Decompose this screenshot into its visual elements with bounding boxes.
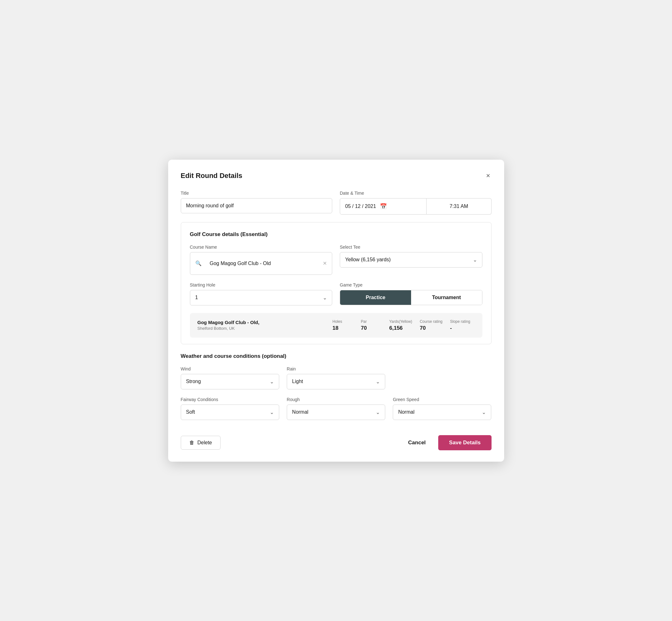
course-rating-label: Course rating [420,319,442,324]
golf-section-title: Golf Course details (Essential) [190,231,482,238]
course-rating-value: 70 [420,325,426,331]
date-value: 05 / 12 / 2021 [345,204,376,209]
green-speed-group: Green Speed Normal ⌄ [393,397,491,420]
chevron-down-icon: ⌄ [376,379,380,385]
select-tee-value: Yellow (6,156 yards) [345,257,390,262]
weather-section: Weather and course conditions (optional)… [181,353,492,420]
chevron-down-icon: ⌄ [482,409,486,415]
course-info-box: Gog Magog Golf Club - Old, Shelford Bott… [190,313,482,338]
wind-group: Wind Strong ⌄ [181,366,279,389]
footer-row: 🗑 Delete Cancel Save Details [181,430,492,450]
course-info-location: Shelford Bottom, UK [198,326,329,331]
yards-value: 6,156 [389,325,403,331]
modal-header: Edit Round Details × [181,171,492,180]
practice-toggle-button[interactable]: Practice [340,290,411,305]
select-tee-label: Select Tee [340,245,482,250]
rough-label: Rough [287,397,385,402]
search-icon: 🔍 [195,260,202,266]
select-tee-group: Select Tee Yellow (6,156 yards) ⌄ [340,245,482,275]
close-button[interactable]: × [485,171,492,180]
starting-hole-dropdown[interactable]: 1 ⌄ [190,290,333,305]
course-info-name: Gog Magog Golf Club - Old, [198,320,329,325]
chevron-down-icon: ⌄ [376,409,380,415]
title-label: Title [181,191,333,196]
trash-icon: 🗑 [189,440,194,446]
rough-group: Rough Normal ⌄ [287,397,385,420]
chevron-down-icon: ⌄ [270,409,274,415]
hole-gametype-row: Starting Hole 1 ⌄ Game Type Practice Tou… [190,282,482,305]
rain-group: Rain Light ⌄ [287,366,385,389]
date-time-group: 05 / 12 / 2021 📅 7:31 AM [340,198,492,215]
save-button[interactable]: Save Details [438,435,491,450]
game-type-label: Game Type [340,282,482,287]
slope-rating-stat: Slope rating - [447,319,475,331]
green-speed-label: Green Speed [393,397,491,402]
spacer [393,366,491,389]
yards-stat: Yards(Yellow) 6,156 [385,319,416,331]
cancel-button[interactable]: Cancel [406,436,428,450]
slope-rating-value: - [450,325,452,331]
starting-hole-value: 1 [195,295,198,300]
fairway-dropdown[interactable]: Soft ⌄ [181,405,279,420]
chevron-down-icon: ⌄ [323,295,327,301]
green-speed-dropdown[interactable]: Normal ⌄ [393,405,491,420]
course-tee-row: Course Name 🔍 ✕ Select Tee Yellow (6,156… [190,245,482,275]
course-name-label: Course Name [190,245,333,250]
chevron-down-icon: ⌄ [270,379,274,385]
title-datetime-row: Title Date & Time 05 / 12 / 2021 📅 7:31 … [181,191,492,215]
clear-icon[interactable]: ✕ [323,260,327,266]
course-name-search[interactable]: 🔍 ✕ [190,252,333,275]
rain-label: Rain [287,366,385,371]
course-name-input[interactable] [205,256,320,271]
slope-rating-label: Slope rating [450,319,470,324]
game-type-toggle: Practice Tournament [340,290,482,305]
holes-value: 18 [333,325,339,331]
course-rating-stat: Course rating 70 [416,319,446,331]
par-stat: Par 70 [357,319,385,331]
delete-button[interactable]: 🗑 Delete [181,436,220,450]
wind-label: Wind [181,366,279,371]
footer-right: Cancel Save Details [406,435,492,450]
course-name-group: Course Name 🔍 ✕ [190,245,333,275]
rain-value: Light [292,379,303,384]
wind-rain-row: Wind Strong ⌄ Rain Light ⌄ [181,366,492,389]
datetime-group: Date & Time 05 / 12 / 2021 📅 7:31 AM [340,191,492,215]
edit-round-modal: Edit Round Details × Title Date & Time 0… [168,160,504,462]
title-input[interactable] [181,198,333,213]
chevron-down-icon: ⌄ [473,257,477,263]
par-value: 70 [361,325,367,331]
select-tee-dropdown[interactable]: Yellow (6,156 yards) ⌄ [340,252,482,267]
holes-stat: Holes 18 [329,319,357,331]
modal-title: Edit Round Details [181,172,243,180]
fairway-rough-green-row: Fairway Conditions Soft ⌄ Rough Normal ⌄… [181,397,492,420]
wind-dropdown[interactable]: Strong ⌄ [181,374,279,389]
rain-dropdown[interactable]: Light ⌄ [287,374,385,389]
fairway-value: Soft [186,409,195,415]
holes-label: Holes [333,319,342,324]
wind-value: Strong [186,379,201,384]
weather-section-title: Weather and course conditions (optional) [181,353,492,360]
rough-dropdown[interactable]: Normal ⌄ [287,405,385,420]
title-group: Title [181,191,333,215]
time-field[interactable]: 7:31 AM [426,198,491,215]
yards-label: Yards(Yellow) [389,319,412,324]
date-field[interactable]: 05 / 12 / 2021 📅 [340,198,426,215]
rough-value: Normal [292,409,308,415]
datetime-label: Date & Time [340,191,492,196]
course-info-name-block: Gog Magog Golf Club - Old, Shelford Bott… [198,320,329,331]
starting-hole-group: Starting Hole 1 ⌄ [190,282,333,305]
time-value: 7:31 AM [450,204,468,209]
green-speed-value: Normal [398,409,415,415]
delete-label: Delete [198,440,212,446]
fairway-label: Fairway Conditions [181,397,279,402]
calendar-icon: 📅 [380,203,387,210]
par-label: Par [361,319,367,324]
golf-course-section: Golf Course details (Essential) Course N… [181,222,492,344]
game-type-group: Game Type Practice Tournament [340,282,482,305]
tournament-toggle-button[interactable]: Tournament [411,290,482,305]
starting-hole-label: Starting Hole [190,282,333,287]
fairway-group: Fairway Conditions Soft ⌄ [181,397,279,420]
